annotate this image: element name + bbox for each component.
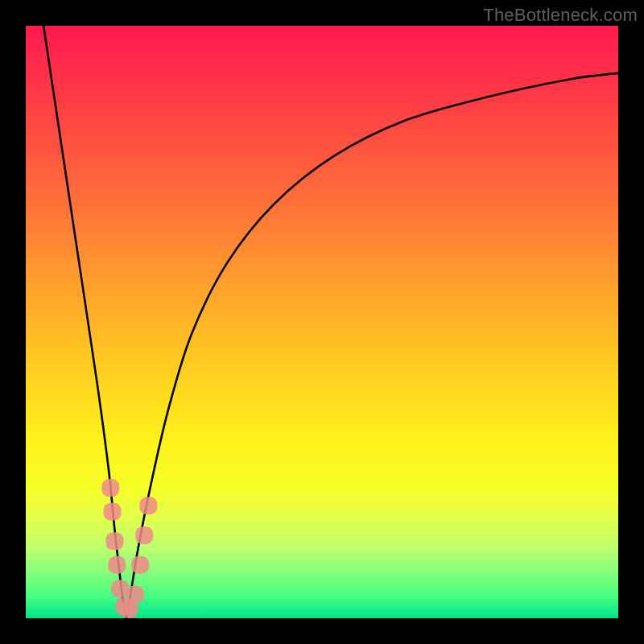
marker-point bbox=[103, 503, 121, 521]
curve-left-branch bbox=[43, 26, 126, 618]
marker-point bbox=[108, 556, 126, 574]
marker-point bbox=[105, 532, 123, 550]
plot-area bbox=[26, 26, 618, 618]
marker-point bbox=[111, 580, 129, 597]
marker-point bbox=[101, 479, 119, 497]
marker-point bbox=[131, 556, 149, 574]
marker-point bbox=[135, 526, 153, 544]
marker-point bbox=[126, 586, 144, 604]
watermark-text: TheBottleneck.com bbox=[483, 5, 638, 26]
marker-point bbox=[139, 497, 157, 514]
curve-right-branch bbox=[126, 73, 618, 618]
chart-frame: TheBottleneck.com bbox=[0, 0, 644, 644]
curve-layer bbox=[26, 26, 618, 618]
